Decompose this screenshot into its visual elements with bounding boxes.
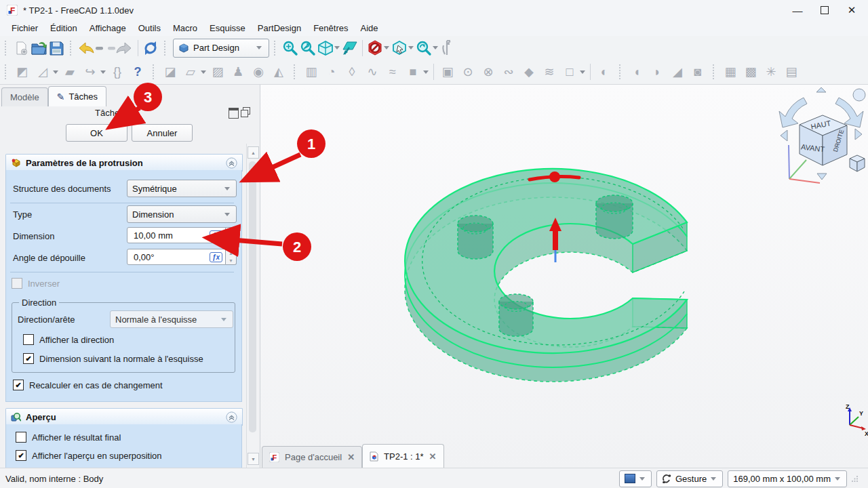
navigation-cube[interactable]: HAUT AVANT DROITE [774, 87, 868, 187]
close-icon[interactable]: ✕ [429, 451, 437, 462]
menu-outils[interactable]: Outils [132, 22, 167, 35]
expression-fx-icon[interactable]: ƒx [210, 230, 222, 241]
whats-this-icon[interactable]: ? [130, 63, 146, 81]
revolution-icon[interactable]: ◔ [323, 63, 340, 81]
along-normal-row[interactable]: ✔ Dimension suivant la normale à l'esqui… [23, 353, 203, 364]
link-actions-icon[interactable]: ↪ [82, 63, 98, 81]
new-document-icon[interactable] [12, 39, 30, 57]
isometric-view-icon[interactable] [317, 39, 334, 57]
scrollbar-down-button[interactable]: ▼ [248, 453, 259, 465]
float-panel-icon[interactable] [243, 107, 250, 115]
length-spinner[interactable]: ▲▼ [226, 227, 237, 243]
menu-partdesign[interactable]: PartDesign [252, 22, 307, 35]
show-overlay-row[interactable]: ✔ Afficher l'aperçu en superposition [16, 450, 162, 461]
taper-input[interactable]: 0,00° ƒx [127, 249, 226, 265]
taper-spinbox[interactable]: 0,00° ƒx ▲▼ [127, 249, 237, 265]
show-result-row[interactable]: Afficher le résultat final [16, 432, 121, 443]
workbench-selector[interactable]: Part Design [173, 39, 269, 58]
menu-affichage[interactable]: Affichage [83, 22, 132, 35]
show-overlay-checkbox[interactable]: ✔ [16, 450, 26, 461]
length-spinbox[interactable]: 10,00 mm ƒx ▲▼ [127, 227, 237, 243]
create-body-icon[interactable]: ◩ [14, 63, 31, 81]
additive-helix-icon[interactable]: ≈ [384, 63, 401, 81]
nav-circle-button[interactable] [853, 89, 865, 101]
groove-icon[interactable]: ⊗ [480, 63, 496, 81]
chevron-down-icon[interactable] [423, 70, 429, 74]
scrollbar-up-button[interactable]: ▲ [248, 146, 259, 159]
close-icon[interactable]: ✕ [347, 452, 355, 462]
shapebinder-icon[interactable]: ◉ [250, 63, 267, 81]
subtractive-pipe-icon[interactable]: ∾ [500, 63, 517, 81]
pocket-icon[interactable]: ▣ [439, 63, 456, 81]
map-sketch-icon[interactable]: ♟ [230, 63, 246, 81]
thickness-icon[interactable]: ◙ [690, 63, 706, 81]
create-sketch-icon[interactable]: ▱ [182, 63, 199, 81]
menu-fenetres[interactable]: Fenêtres [307, 22, 354, 35]
hole-icon[interactable]: ⊙ [460, 63, 476, 81]
close-button[interactable]: ✕ [838, 1, 865, 20]
show-direction-checkbox[interactable] [23, 334, 34, 345]
resize-grip[interactable] [852, 475, 859, 482]
additive-primitive-icon[interactable]: ■ [405, 63, 421, 81]
subtractive-helix-icon[interactable]: ≋ [541, 63, 557, 81]
show-direction-row[interactable]: Afficher la direction [23, 334, 114, 345]
toolbar-grip[interactable] [5, 64, 9, 79]
multitransform-icon[interactable]: ▤ [783, 63, 800, 81]
nav-mini-cube[interactable] [850, 155, 865, 171]
chevron-down-icon[interactable] [201, 70, 206, 74]
pad-type-select[interactable]: Symétrique [127, 180, 237, 197]
panel-scrollbar[interactable]: ▲ ▼ [246, 144, 258, 468]
menu-macro[interactable]: Macro [167, 22, 203, 35]
scene-inspector-icon[interactable] [415, 39, 433, 57]
toolbar-grip[interactable] [274, 41, 278, 56]
box-selection-icon[interactable] [341, 39, 359, 57]
menu-aide[interactable]: Aide [354, 22, 384, 35]
chevron-down-icon[interactable] [334, 46, 340, 49]
polar-pattern-icon[interactable]: ✳ [763, 63, 779, 81]
nav-left-triangle[interactable] [781, 130, 787, 141]
toolbar-grip[interactable] [5, 41, 9, 56]
nav-down-triangle[interactable] [817, 174, 827, 180]
along-normal-checkbox[interactable]: ✔ [23, 353, 34, 364]
viewport-dimensions-button[interactable]: 169,00 mm x 100,00 mm [728, 470, 847, 487]
open-document-icon[interactable] [30, 39, 47, 57]
refresh-icon[interactable] [142, 39, 159, 57]
direction-edge-select[interactable]: Normale à l'esquisse [110, 310, 233, 328]
preview-header[interactable]: Aperçu [5, 408, 243, 426]
tab-document-tp2-1[interactable]: TP2-1 : 1* ✕ [362, 444, 443, 468]
chevron-down-icon[interactable] [100, 70, 106, 74]
edit-sketch-icon[interactable]: ▨ [210, 63, 226, 81]
nav-cube-body[interactable]: HAUT AVANT DROITE [800, 115, 847, 165]
create-group-icon[interactable]: ▰ [62, 63, 78, 81]
collapse-section-icon[interactable] [226, 157, 237, 169]
linear-pattern-icon[interactable]: ▦ [722, 63, 738, 81]
toolbar-grip[interactable] [619, 64, 623, 79]
measure-icon[interactable] [439, 39, 457, 57]
fillet-icon[interactable]: ◖ [629, 63, 645, 81]
pad-icon[interactable]: ▥ [303, 63, 319, 81]
toolbar-grip[interactable] [713, 64, 717, 79]
expression-editor-icon[interactable]: {} [109, 63, 125, 81]
draft-icon[interactable]: ◢ [669, 63, 686, 81]
nav-right-triangle[interactable] [855, 129, 862, 140]
pad-parameters-header[interactable]: Paramètres de la protrusion [5, 154, 243, 171]
show-result-checkbox[interactable] [16, 432, 26, 443]
length-input[interactable]: 10,00 mm ƒx [127, 227, 226, 243]
cancel-button[interactable]: Annuler [132, 124, 193, 142]
update-view-checkbox[interactable]: ✔ [13, 380, 24, 390]
clone-icon[interactable]: ◭ [271, 63, 287, 81]
draw-style-button[interactable] [619, 470, 652, 487]
boolean-icon[interactable]: ◐ [596, 63, 612, 81]
navigation-style-button[interactable]: Gesture [656, 470, 723, 487]
clipping-plane-icon[interactable] [366, 39, 384, 57]
tab-page-accueil[interactable]: F Page d'accueil ✕ [262, 446, 362, 468]
toolbar-grip[interactable] [153, 64, 157, 79]
undo-icon[interactable] [77, 39, 106, 57]
tab-modele[interactable]: Modèle [1, 87, 48, 106]
tab-taches[interactable]: ✎ Tâches [48, 86, 106, 106]
menu-edition[interactable]: Édition [44, 22, 83, 35]
dock-panel-icon[interactable] [229, 108, 239, 119]
menu-esquisse[interactable]: Esquisse [203, 22, 252, 35]
chamfer-icon[interactable]: ◗ [649, 63, 665, 81]
reversed-checkbox-row[interactable]: Inverser [12, 278, 60, 289]
